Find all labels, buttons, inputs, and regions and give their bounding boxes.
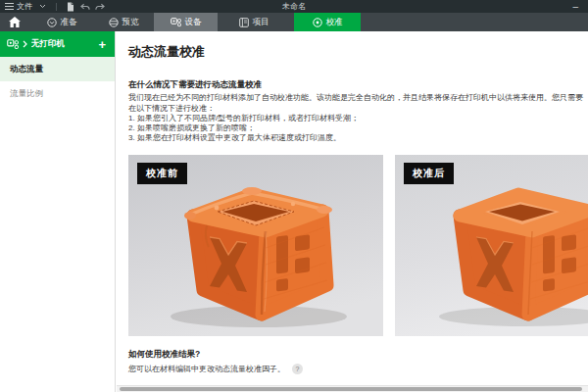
titlebar-left: 文件 bbox=[0, 0, 105, 13]
prepare-icon bbox=[47, 18, 57, 27]
before-calibration-photo: 校准前 bbox=[128, 155, 383, 336]
tab-preview[interactable]: 预览 bbox=[95, 13, 152, 31]
printer-name: 无打印机 bbox=[31, 38, 92, 50]
when-heading: 在什么情况下需要进行动态流量校准 bbox=[128, 79, 588, 91]
horizontal-scrollbar-thumb[interactable] bbox=[120, 387, 582, 391]
usage-body: 您可以在材料编辑中更改动态流量校准因子。 bbox=[128, 365, 285, 374]
main-content: 动态流量校准 在什么情况下需要进行动态流量校准 我们现在已经为不同的打印材料添加… bbox=[117, 31, 588, 392]
sidebar-item-label: 流量比例 bbox=[10, 88, 43, 100]
hamburger-icon bbox=[5, 3, 14, 10]
when-intro: 我们现在已经为不同的打印材料添加了自动校准功能。该功能是完全自动化的，并且结果将… bbox=[128, 93, 583, 114]
minimize-button[interactable]: – bbox=[572, 0, 578, 13]
tab-project-label: 项目 bbox=[253, 17, 270, 28]
tab-device[interactable]: 设备 bbox=[154, 13, 218, 31]
tab-prepare-label: 准备 bbox=[61, 17, 77, 28]
redo-icon[interactable] bbox=[95, 2, 105, 12]
printer-icon bbox=[7, 39, 19, 50]
tab-prepare[interactable]: 准备 bbox=[29, 13, 94, 31]
file-menu-label: 文件 bbox=[17, 1, 32, 12]
page-title: 动态流量校准 bbox=[128, 43, 588, 61]
chevron-down-icon[interactable] bbox=[37, 2, 47, 12]
before-label-badge: 校准前 bbox=[137, 163, 187, 184]
project-icon bbox=[239, 18, 249, 27]
preview-icon bbox=[109, 18, 119, 27]
home-icon bbox=[9, 17, 21, 27]
sidebar-item-label: 动态流量 bbox=[10, 64, 43, 75]
calibration-icon bbox=[313, 18, 322, 27]
chevron-right-icon bbox=[23, 40, 27, 48]
comparison-photos: 校准前 bbox=[128, 155, 588, 336]
add-printer-button[interactable]: + bbox=[96, 38, 108, 51]
new-project-icon[interactable] bbox=[66, 2, 75, 12]
home-button[interactable] bbox=[4, 15, 25, 29]
when-item-2: 2. 如果喷嘴磨损或更换了新的喷嘴； bbox=[128, 123, 583, 133]
tabbar: 准备 预览 设备 bbox=[0, 13, 588, 31]
tab-project[interactable]: 项目 bbox=[223, 13, 284, 31]
when-item-3: 3. 如果您在打印材料设置中更改了最大体积速度或打印温度。 bbox=[128, 133, 583, 143]
app-window: 文件 未命名 – bbox=[0, 0, 588, 392]
device-icon bbox=[171, 18, 181, 27]
usage-heading: 如何使用校准结果? bbox=[128, 349, 588, 361]
usage-section: 如何使用校准结果? 您可以在材料编辑中更改动态流量校准因子。 ? bbox=[128, 349, 588, 374]
titlebar-divider bbox=[56, 3, 57, 11]
tab-preview-label: 预览 bbox=[122, 17, 139, 28]
file-menu-button[interactable]: 文件 bbox=[5, 2, 32, 12]
undo-icon[interactable] bbox=[80, 2, 90, 12]
after-calibration-photo: 校准后 bbox=[395, 155, 588, 336]
sidebar-item-flow-ratio[interactable]: 流量比例 bbox=[0, 81, 115, 106]
tab-calibration-label: 校准 bbox=[326, 17, 343, 28]
when-item-1: 1. 如果您引入了不同品牌/型号的新打印材料，或者打印材料受潮； bbox=[128, 114, 583, 123]
sidebar-item-dynamic-flow[interactable]: 动态流量 bbox=[0, 57, 115, 81]
after-label-badge: 校准后 bbox=[404, 163, 454, 184]
horizontal-scrollbar bbox=[117, 385, 588, 392]
tab-calibration[interactable]: 校准 bbox=[294, 13, 361, 31]
help-icon[interactable]: ? bbox=[292, 364, 303, 374]
tab-device-label: 设备 bbox=[185, 17, 202, 28]
sidebar: 无打印机 + 动态流量 流量比例 bbox=[0, 31, 116, 392]
printer-selector[interactable]: 无打印机 + bbox=[0, 31, 115, 57]
titlebar: 文件 未命名 – bbox=[0, 0, 588, 13]
